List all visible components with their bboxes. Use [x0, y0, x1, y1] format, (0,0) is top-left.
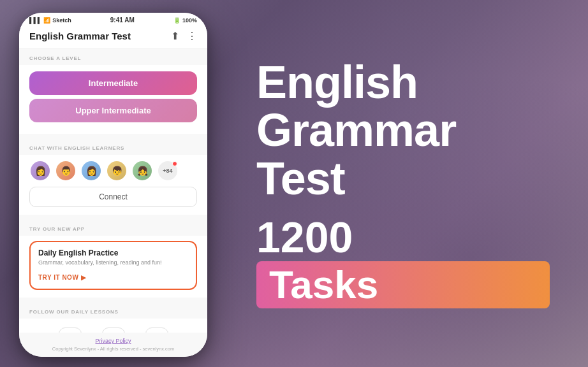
newapp-title: Daily English Practice — [38, 248, 188, 257]
level-section-label: CHOOSE A LEVEL — [19, 49, 207, 65]
play-icon: ▶ — [81, 274, 87, 281]
share-icon[interactable]: ⬆ — [171, 30, 179, 42]
instagram-icon[interactable] — [59, 327, 82, 333]
connect-button[interactable]: Connect — [29, 187, 197, 207]
avatars-row: 👩 👨 👩 👦 👧 +84 — [29, 160, 197, 182]
avatar-count: +84 — [157, 160, 179, 182]
newapp-card: Daily English Practice Grammar, vocabula… — [29, 241, 197, 290]
app-header-title: English Grammar Test — [29, 31, 131, 41]
header-icons: ⬆ ⋮ — [171, 30, 197, 42]
privacy-policy-link[interactable]: Privacy Policy — [24, 338, 202, 344]
status-bar: ▌▌▌ 📶 Sketch 9:41 AM 🔋 100% — [19, 13, 207, 26]
telegram-icon[interactable] — [102, 327, 125, 333]
right-panel: English Grammar Test 1200 Tasks — [218, 0, 588, 367]
avatar-4: 👦 — [106, 160, 128, 182]
more-icon[interactable]: ⋮ — [187, 30, 197, 42]
newapp-section-label: TRY OUR NEW APP — [19, 220, 207, 236]
phone-screen: ▌▌▌ 📶 Sketch 9:41 AM 🔋 100% English Gram… — [19, 13, 207, 357]
copyright-text: Copyright Sevenlynx - All rights reserve… — [24, 346, 202, 352]
avatar-1: 👩 — [29, 160, 51, 182]
newapp-desc: Grammar, vocabulary, listening, reading … — [38, 259, 188, 266]
tasks-container: 1200 Tasks — [256, 215, 550, 308]
main-title: English Grammar Test — [256, 59, 550, 203]
chat-section: 👩 👨 👩 👦 👧 +84 Connect — [19, 155, 207, 215]
tasks-number: 1200 — [256, 215, 550, 259]
avatar-2: 👨 — [55, 160, 77, 182]
phone-mockup: ▌▌▌ 📶 Sketch 9:41 AM 🔋 100% English Gram… — [19, 13, 207, 357]
social-icons-row — [29, 324, 197, 333]
upper-intermediate-btn[interactable]: Upper Intermediate — [29, 99, 197, 122]
newapp-section: Daily English Practice Grammar, vocabula… — [19, 236, 207, 298]
intermediate-btn[interactable]: Intermediate — [29, 71, 197, 95]
status-time: 9:41 AM — [110, 17, 135, 24]
follow-section — [19, 319, 207, 333]
facebook-icon[interactable] — [145, 327, 168, 333]
status-carrier: ▌▌▌ 📶 Sketch — [29, 17, 71, 24]
chat-section-label: CHAT WITH ENGLISH LEARNERS — [19, 139, 207, 155]
notification-dot — [172, 161, 177, 166]
status-battery: 🔋 100% — [173, 17, 197, 24]
level-section: Intermediate Upper Intermediate — [19, 65, 207, 134]
avatar-5: 👧 — [131, 160, 153, 182]
try-now-button[interactable]: TRY IT NOW ▶ — [38, 274, 87, 281]
avatar-3: 👩 — [80, 160, 102, 182]
phone-footer: Privacy Policy Copyright Sevenlynx - All… — [19, 333, 207, 357]
app-header: English Grammar Test ⬆ ⋮ — [19, 26, 207, 49]
follow-section-label: FOLLOW OUR DAILY LESSONS — [19, 303, 207, 319]
phone-content: CHOOSE A LEVEL Intermediate Upper Interm… — [19, 49, 207, 333]
tasks-label: Tasks — [256, 261, 550, 308]
